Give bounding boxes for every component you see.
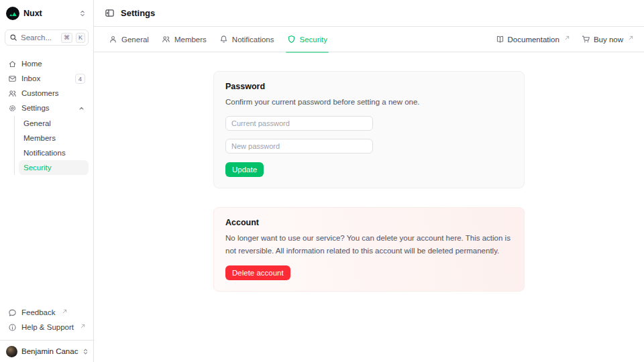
header-actions: Documentation Bu bbox=[496, 35, 633, 44]
tab-members[interactable]: Members bbox=[162, 27, 207, 52]
header-action-label: Documentation bbox=[508, 36, 559, 44]
workspace[interactable]: Nuxt bbox=[6, 7, 42, 20]
main: Settings General Members bbox=[94, 0, 644, 362]
search-input[interactable]: Search... ⌘ K bbox=[5, 29, 89, 46]
password-card-description: Confirm your current password before set… bbox=[225, 96, 513, 108]
chevron-up-down-icon bbox=[82, 348, 89, 355]
sidebar: Nuxt Search... ⌘ K bbox=[0, 0, 94, 362]
external-link-icon bbox=[565, 36, 570, 40]
current-password-field[interactable] bbox=[225, 116, 373, 131]
sidebar-item-general[interactable]: General bbox=[19, 116, 89, 131]
header-action-label: Buy now bbox=[594, 36, 623, 44]
footer-link-label: Help & Support bbox=[21, 323, 74, 331]
search-placeholder: Search... bbox=[21, 34, 58, 42]
collapse-sidebar-icon[interactable] bbox=[105, 8, 115, 18]
shield-icon bbox=[287, 35, 296, 44]
nuxt-logo-icon bbox=[6, 7, 19, 20]
chevron-up-down-icon bbox=[78, 9, 87, 17]
new-password-field[interactable] bbox=[225, 139, 373, 154]
sidebar-item-label: Customers bbox=[21, 89, 59, 97]
workspace-switcher[interactable]: Nuxt bbox=[0, 0, 93, 27]
kbd-cmd: ⌘ bbox=[61, 33, 72, 43]
tab-label: Members bbox=[174, 36, 207, 44]
info-circle-icon bbox=[8, 323, 17, 332]
tab-general[interactable]: General bbox=[109, 27, 149, 52]
sidebar-item-notifications[interactable]: Notifications bbox=[19, 145, 89, 160]
inbox-count-badge: 4 bbox=[75, 74, 85, 84]
avatar bbox=[6, 346, 17, 357]
account-card-description: No longer want to use our service? You c… bbox=[225, 232, 513, 257]
tab-security[interactable]: Security bbox=[287, 27, 328, 52]
delete-account-button[interactable]: Delete account bbox=[225, 265, 290, 280]
page-header: Settings bbox=[94, 0, 644, 27]
buy-now-button[interactable]: Buy now bbox=[582, 35, 633, 44]
tab-label: Security bbox=[300, 36, 328, 44]
sidebar-item-label: Security bbox=[23, 164, 52, 172]
sidebar-item-label: Inbox bbox=[21, 74, 40, 82]
sidebar-footer: Feedback Help & Support bbox=[0, 301, 93, 340]
workspace-name: Nuxt bbox=[23, 9, 42, 18]
page-title: Settings bbox=[121, 8, 155, 18]
content-area: Password Confirm your current password b… bbox=[94, 52, 644, 362]
sidebar-item-customers[interactable]: Customers bbox=[5, 86, 89, 101]
sidebar-item-label: Notifications bbox=[23, 149, 66, 157]
chevron-up-icon bbox=[78, 105, 85, 112]
home-icon bbox=[8, 60, 17, 68]
sidebar-item-inbox[interactable]: Inbox 4 bbox=[5, 71, 89, 86]
user-name: Benjamin Canac bbox=[21, 347, 78, 355]
sidebar-item-security[interactable]: Security bbox=[19, 160, 89, 175]
kbd-k: K bbox=[76, 33, 85, 43]
book-open-icon bbox=[496, 35, 504, 44]
user-menu[interactable]: Benjamin Canac bbox=[0, 340, 93, 362]
sidebar-item-home[interactable]: Home bbox=[5, 56, 89, 71]
users-icon bbox=[162, 35, 170, 44]
sidebar-item-label: General bbox=[23, 119, 51, 127]
tab-label: General bbox=[121, 36, 149, 44]
update-password-button[interactable]: Update bbox=[225, 162, 264, 177]
tab-bar: General Members Notifi bbox=[94, 27, 644, 52]
feedback-link[interactable]: Feedback bbox=[5, 305, 89, 320]
tab-notifications[interactable]: Notifications bbox=[219, 27, 274, 52]
users-icon bbox=[8, 89, 17, 98]
chat-bubble-icon bbox=[8, 308, 17, 317]
search-icon bbox=[9, 34, 17, 42]
password-card-title: Password bbox=[225, 82, 513, 91]
sidebar-nav: Home Inbox 4 Custo bbox=[0, 50, 93, 301]
user-icon bbox=[109, 35, 117, 44]
app-root: Nuxt Search... ⌘ K bbox=[0, 0, 644, 362]
sidebar-item-label: Home bbox=[21, 60, 42, 68]
account-card-title: Account bbox=[225, 218, 513, 227]
sidebar-item-label: Settings bbox=[21, 104, 50, 112]
tab-label: Notifications bbox=[232, 36, 274, 44]
settings-submenu: General Members Notifications Security bbox=[14, 116, 89, 175]
cart-icon bbox=[582, 35, 590, 44]
external-link-icon bbox=[629, 36, 633, 40]
password-card: Password Confirm your current password b… bbox=[213, 71, 525, 188]
footer-link-label: Feedback bbox=[21, 308, 56, 316]
sidebar-item-settings[interactable]: Settings bbox=[5, 101, 89, 115]
external-link-icon bbox=[80, 324, 85, 328]
external-link-icon bbox=[62, 309, 67, 314]
gear-icon bbox=[8, 104, 17, 113]
help-support-link[interactable]: Help & Support bbox=[5, 320, 89, 335]
documentation-link[interactable]: Documentation bbox=[496, 35, 570, 44]
inbox-icon bbox=[8, 74, 17, 83]
sidebar-item-members[interactable]: Members bbox=[19, 131, 89, 145]
sidebar-item-label: Members bbox=[23, 134, 56, 142]
bell-icon bbox=[219, 35, 228, 44]
account-card: Account No longer want to use our servic… bbox=[213, 207, 525, 292]
